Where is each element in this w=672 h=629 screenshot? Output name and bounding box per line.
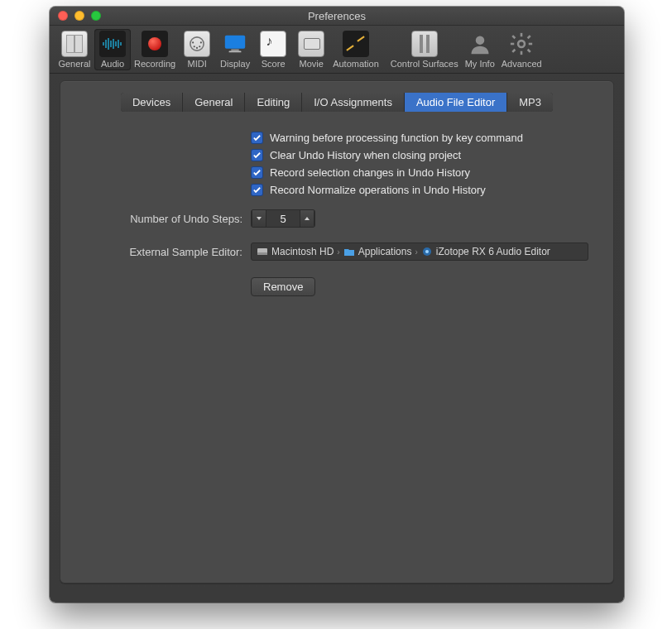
svg-point-9	[192, 41, 194, 43]
undo-steps-row: Number of Undo Steps: 5	[85, 209, 588, 228]
svg-rect-21	[529, 43, 532, 46]
path-segment: Applications	[343, 246, 412, 257]
titlebar: Preferences	[50, 7, 624, 26]
external-editor-label: External Sample Editor:	[85, 246, 251, 258]
toolbar-label: General	[58, 59, 90, 69]
minimize-button[interactable]	[74, 11, 84, 21]
toolbar-item-general[interactable]: General	[56, 29, 93, 70]
svg-rect-22	[512, 35, 516, 39]
svg-rect-19	[521, 51, 523, 55]
check-record-selection-changes[interactable]: Record selection changes in Undo History	[85, 166, 588, 179]
audio-pane: Devices General Editing I/O Assignments …	[60, 80, 614, 583]
toolbar-label: Audio	[101, 59, 124, 69]
movie-camera-icon	[298, 31, 324, 57]
svg-rect-27	[257, 252, 267, 255]
zoom-button[interactable]	[91, 11, 101, 21]
external-editor-path[interactable]: Macintosh HD › Applications › iZotope RX…	[251, 242, 588, 261]
tab-general[interactable]: General	[183, 93, 245, 112]
checkbox-label: Record Normalize operations in Undo Hist…	[270, 184, 486, 196]
checkbox-label: Clear Undo History when closing project	[270, 149, 461, 161]
toolbar-label: Movie	[299, 59, 323, 69]
tab-devices[interactable]: Devices	[121, 93, 183, 112]
toolbar-item-display[interactable]: Display	[217, 29, 253, 70]
toolbar-item-control-surfaces[interactable]: Control Surfaces	[389, 29, 460, 70]
svg-rect-18	[521, 33, 523, 36]
check-record-normalize[interactable]: Record Normalize operations in Undo Hist…	[85, 184, 588, 196]
toolbar-label: Automation	[333, 59, 379, 69]
svg-point-12	[199, 46, 200, 47]
path-segment: iZotope RX 6 Audio Editor	[421, 246, 550, 257]
svg-point-29	[425, 250, 429, 253]
svg-point-13	[196, 47, 198, 49]
checkbox-label: Warning before processing function by ke…	[270, 132, 523, 144]
checkbox-icon	[251, 132, 263, 144]
path-text: Applications	[358, 246, 412, 257]
toolbar-item-automation[interactable]: Automation	[331, 29, 381, 70]
sliders-panel-icon	[61, 31, 88, 57]
toolbar-label: Score	[262, 59, 286, 69]
toolbar-label: My Info	[465, 59, 495, 69]
toolbar-item-my-info[interactable]: My Info	[462, 29, 498, 70]
tab-io-assignments[interactable]: I/O Assignments	[302, 93, 405, 112]
stepper-down[interactable]	[252, 210, 266, 227]
toolbar-label: MIDI	[188, 59, 207, 69]
check-warning-before-processing[interactable]: Warning before processing function by ke…	[85, 132, 588, 144]
external-sample-editor-row: External Sample Editor: Macintosh HD › A…	[85, 242, 588, 261]
faders-icon	[411, 31, 438, 57]
audio-tabbar: Devices General Editing I/O Assignments …	[121, 93, 553, 112]
toolbar-label: Advanced	[502, 59, 542, 69]
window-title: Preferences	[50, 10, 624, 22]
toolbar-label: Control Surfaces	[391, 59, 458, 69]
waveform-icon	[99, 31, 126, 57]
audio-file-editor-form: Warning before processing function by ke…	[60, 132, 613, 296]
preferences-window: Preferences General Audio Recording MIDI	[50, 7, 624, 603]
toolbar-label: Recording	[134, 59, 175, 69]
svg-rect-20	[511, 43, 514, 46]
path-segment: Macintosh HD	[257, 246, 334, 257]
stepper-up[interactable]	[300, 210, 314, 227]
tab-editing[interactable]: Editing	[245, 93, 302, 112]
undo-steps-value: 5	[266, 213, 300, 225]
app-icon	[421, 247, 433, 257]
toolbar-item-movie[interactable]: Movie	[293, 29, 329, 70]
svg-rect-25	[512, 49, 516, 53]
traffic-lights	[58, 11, 101, 21]
toolbar-item-advanced[interactable]: Advanced	[500, 29, 544, 70]
svg-rect-16	[229, 50, 242, 52]
tab-mp3[interactable]: MP3	[507, 93, 553, 112]
display-icon	[222, 31, 248, 57]
drive-icon	[257, 247, 268, 257]
gear-icon	[508, 31, 535, 57]
preferences-toolbar: General Audio Recording MIDI Display	[50, 26, 624, 74]
chevron-right-icon: ›	[415, 247, 417, 257]
checkbox-icon	[251, 166, 263, 179]
record-icon	[142, 31, 168, 57]
svg-rect-15	[231, 50, 238, 51]
toolbar-item-audio[interactable]: Audio	[94, 29, 131, 70]
toolbar-item-midi[interactable]: MIDI	[179, 29, 215, 70]
svg-rect-14	[225, 36, 245, 49]
remove-button[interactable]: Remove	[251, 277, 315, 296]
tab-audio-file-editor[interactable]: Audio File Editor	[405, 93, 507, 112]
undo-steps-label: Number of Undo Steps:	[85, 213, 251, 225]
folder-icon	[343, 247, 355, 257]
toolbar-item-recording[interactable]: Recording	[132, 29, 177, 70]
automation-curve-icon	[343, 31, 369, 57]
close-button[interactable]	[58, 11, 68, 21]
midi-connector-icon	[184, 31, 210, 57]
check-clear-undo-history[interactable]: Clear Undo History when closing project	[85, 149, 588, 161]
checkbox-icon	[251, 184, 263, 196]
undo-steps-stepper[interactable]: 5	[251, 209, 315, 228]
svg-point-11	[194, 46, 195, 47]
svg-rect-23	[527, 49, 531, 53]
user-icon	[467, 31, 493, 57]
svg-point-10	[200, 41, 202, 43]
chevron-right-icon: ›	[337, 247, 339, 257]
toolbar-item-score[interactable]: Score	[255, 29, 291, 70]
path-text: Macintosh HD	[271, 246, 334, 257]
toolbar-label: Display	[220, 59, 250, 69]
path-text: iZotope RX 6 Audio Editor	[436, 246, 550, 257]
svg-rect-24	[527, 35, 531, 39]
checkbox-icon	[251, 149, 263, 161]
svg-point-17	[475, 36, 484, 45]
